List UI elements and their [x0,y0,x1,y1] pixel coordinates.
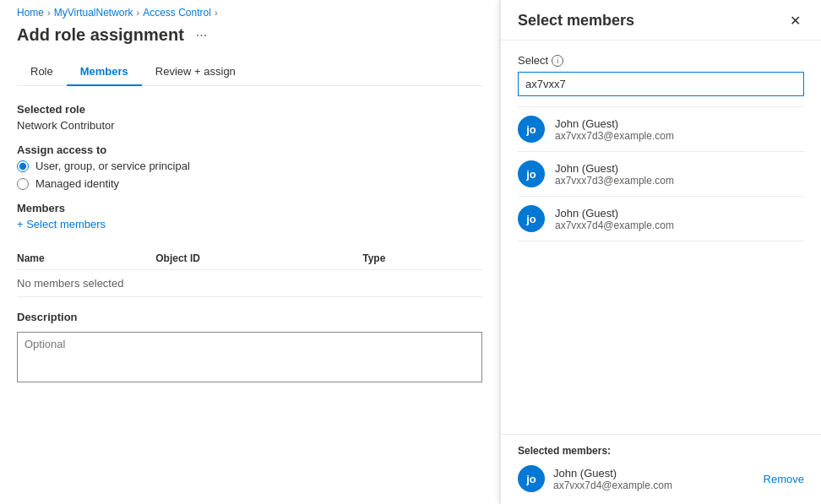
tab-members[interactable]: Members [67,58,142,86]
selected-members-label: Selected members: [518,445,804,457]
radio-user-option[interactable]: User, group, or service principal [17,160,482,172]
member-email: ax7vxx7d3@example.com [555,130,674,142]
member-info: John (Guest) ax7vxx7d4@example.com [555,207,674,231]
tab-review[interactable]: Review + assign [142,58,249,86]
list-item[interactable]: jo John (Guest) ax7vxx7d3@example.com [518,107,804,152]
assign-access-label: Assign access to [17,144,482,156]
ellipsis-button[interactable]: ··· [193,26,210,45]
selected-role-label: Selected role [17,103,482,116]
col-name: Name [17,247,155,270]
avatar: jo [518,116,545,143]
selected-member-info: John (Guest) ax7vxx7d4@example.com [553,467,672,491]
member-name: John (Guest) [555,207,674,219]
selected-role-section: Selected role Network Contributor [17,103,482,132]
radio-managed-input[interactable] [17,178,29,190]
panel-header: Select members ✕ [501,0,821,41]
member-info: John (Guest) ax7vxx7d3@example.com [555,117,674,142]
description-section: Description [17,311,482,385]
member-list: jo John (Guest) ax7vxx7d3@example.com jo… [518,106,804,241]
member-email: ax7vxx7d3@example.com [555,175,674,187]
right-panel: Select members ✕ Select i jo John (Guest… [500,0,821,504]
radio-managed-label: Managed identity [35,177,119,190]
breadcrumb-home[interactable]: Home [17,7,44,19]
select-members-link[interactable]: + Select members [17,218,106,230]
list-item[interactable]: jo John (Guest) ax7vxx7d3@example.com [518,152,804,197]
empty-row: No members selected [17,270,482,297]
table-row: No members selected [17,270,482,297]
members-label: Members [17,202,482,214]
radio-user-input[interactable] [17,160,29,172]
tabs: Role Members Review + assign [17,58,482,86]
selected-member-item: jo John (Guest) ax7vxx7d4@example.com Re… [518,465,804,492]
avatar: jo [518,205,545,232]
member-email: ax7vxx7d4@example.com [555,219,674,231]
select-label: Select i [518,54,804,67]
selected-role-value: Network Contributor [17,119,482,132]
panel-body: Select i jo John (Guest) ax7vxx7d3@examp… [501,41,821,434]
list-item[interactable]: jo John (Guest) ax7vxx7d4@example.com [518,197,804,241]
remove-button[interactable]: Remove [764,473,804,485]
breadcrumb-sep1: › [47,8,51,18]
avatar: jo [518,160,545,187]
page-title-row: Add role assignment ··· [17,25,482,45]
members-table: Name Object ID Type No members selected [17,247,482,297]
breadcrumb-access[interactable]: Access Control [143,7,211,19]
description-label: Description [17,311,482,323]
close-button[interactable]: ✕ [786,13,804,30]
selected-member-left: jo John (Guest) ax7vxx7d4@example.com [518,465,672,492]
member-name: John (Guest) [555,162,674,175]
member-name: John (Guest) [555,117,674,130]
col-object-id: Object ID [155,247,362,270]
assign-access-section: Assign access to User, group, or service… [17,144,482,190]
selected-member-email: ax7vxx7d4@example.com [553,480,672,491]
breadcrumb: Home › MyVirtualNetwork › Access Control… [17,7,482,19]
search-input[interactable] [518,72,804,96]
breadcrumb-sep3: › [215,8,218,18]
breadcrumb-network[interactable]: MyVirtualNetwork [54,7,133,19]
member-info: John (Guest) ax7vxx7d3@example.com [555,162,674,187]
members-section: Members + Select members Name Object ID … [17,202,482,297]
breadcrumb-sep2: › [137,8,140,18]
selected-member-name: John (Guest) [553,467,672,480]
description-input[interactable] [17,332,482,382]
selected-avatar: jo [518,465,545,492]
info-icon[interactable]: i [552,55,563,67]
col-type: Type [362,247,482,270]
radio-managed-option[interactable]: Managed identity [17,177,482,190]
left-panel: Home › MyVirtualNetwork › Access Control… [0,0,500,504]
panel-footer: Selected members: jo John (Guest) ax7vxx… [501,434,821,504]
page-title: Add role assignment [17,25,184,45]
panel-title: Select members [518,12,634,30]
tab-role[interactable]: Role [17,58,67,86]
radio-user-label: User, group, or service principal [35,160,190,172]
